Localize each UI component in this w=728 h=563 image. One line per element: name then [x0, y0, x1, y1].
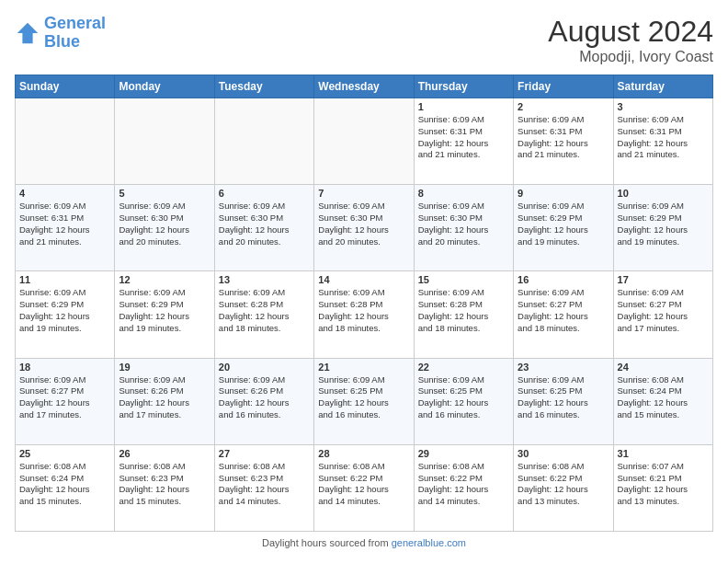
- calendar-week-1: 1Sunrise: 6:09 AM Sunset: 6:31 PM Daylig…: [16, 98, 713, 185]
- day-info: Sunrise: 6:09 AM Sunset: 6:26 PM Dayligh…: [219, 374, 310, 421]
- day-cell-27: 27Sunrise: 6:08 AM Sunset: 6:23 PM Dayli…: [214, 444, 313, 531]
- day-cell-29: 29Sunrise: 6:08 AM Sunset: 6:22 PM Dayli…: [414, 444, 513, 531]
- day-number: 22: [418, 362, 509, 373]
- day-info: Sunrise: 6:07 AM Sunset: 6:21 PM Dayligh…: [618, 461, 709, 508]
- day-number: 19: [119, 362, 210, 373]
- day-info: Sunrise: 6:09 AM Sunset: 6:25 PM Dayligh…: [418, 374, 509, 421]
- day-info: Sunrise: 6:09 AM Sunset: 6:31 PM Dayligh…: [19, 201, 110, 247]
- svg-marker-0: [17, 23, 38, 43]
- day-cell-30: 30Sunrise: 6:08 AM Sunset: 6:22 PM Dayli…: [514, 444, 613, 531]
- day-info: Sunrise: 6:09 AM Sunset: 6:29 PM Dayligh…: [19, 287, 110, 334]
- day-info: Sunrise: 6:09 AM Sunset: 6:28 PM Dayligh…: [219, 287, 310, 334]
- day-info: Sunrise: 6:09 AM Sunset: 6:29 PM Dayligh…: [518, 201, 609, 247]
- day-cell-7: 7Sunrise: 6:09 AM Sunset: 6:30 PM Daylig…: [314, 185, 414, 271]
- day-number: 1: [418, 101, 509, 112]
- day-number: 26: [119, 448, 210, 459]
- day-number: 11: [19, 274, 110, 285]
- day-number: 20: [219, 362, 310, 373]
- day-number: 30: [518, 448, 609, 459]
- day-cell-2: 2Sunrise: 6:09 AM Sunset: 6:31 PM Daylig…: [514, 98, 613, 185]
- day-info: Sunrise: 6:09 AM Sunset: 6:27 PM Dayligh…: [518, 287, 609, 334]
- day-info: Sunrise: 6:09 AM Sunset: 6:30 PM Dayligh…: [219, 201, 310, 247]
- col-header-wednesday: Wednesday: [314, 75, 414, 98]
- col-header-friday: Friday: [514, 75, 613, 98]
- day-number: 31: [618, 448, 709, 459]
- col-header-saturday: Saturday: [613, 75, 712, 98]
- page: General Blue August 2024 Mopodji, Ivory …: [0, 0, 728, 563]
- day-cell-9: 9Sunrise: 6:09 AM Sunset: 6:29 PM Daylig…: [514, 185, 613, 271]
- day-cell-5: 5Sunrise: 6:09 AM Sunset: 6:30 PM Daylig…: [115, 185, 214, 271]
- day-cell-19: 19Sunrise: 6:09 AM Sunset: 6:26 PM Dayli…: [115, 358, 214, 444]
- day-number: 6: [219, 188, 310, 199]
- day-number: 7: [318, 188, 409, 199]
- day-cell-13: 13Sunrise: 6:09 AM Sunset: 6:28 PM Dayli…: [214, 271, 313, 358]
- day-number: 27: [219, 448, 310, 459]
- logo: General Blue: [15, 15, 106, 52]
- day-info: Sunrise: 6:09 AM Sunset: 6:28 PM Dayligh…: [418, 287, 509, 334]
- calendar-table: SundayMondayTuesdayWednesdayThursdayFrid…: [15, 75, 713, 532]
- col-header-tuesday: Tuesday: [214, 75, 313, 98]
- day-info: Sunrise: 6:09 AM Sunset: 6:28 PM Dayligh…: [318, 287, 409, 334]
- day-number: 14: [318, 274, 409, 285]
- day-info: Sunrise: 6:08 AM Sunset: 6:24 PM Dayligh…: [19, 461, 110, 508]
- day-cell-4: 4Sunrise: 6:09 AM Sunset: 6:31 PM Daylig…: [16, 185, 115, 271]
- day-number: 3: [618, 101, 709, 112]
- day-cell-1: 1Sunrise: 6:09 AM Sunset: 6:31 PM Daylig…: [414, 98, 513, 185]
- day-cell-26: 26Sunrise: 6:08 AM Sunset: 6:23 PM Dayli…: [115, 444, 214, 531]
- logo-blue: Blue: [44, 32, 80, 51]
- day-number: 24: [618, 362, 709, 373]
- day-cell-31: 31Sunrise: 6:07 AM Sunset: 6:21 PM Dayli…: [613, 444, 712, 531]
- day-cell-21: 21Sunrise: 6:09 AM Sunset: 6:25 PM Dayli…: [314, 358, 414, 444]
- day-number: 8: [418, 188, 509, 199]
- day-info: Sunrise: 6:09 AM Sunset: 6:31 PM Dayligh…: [618, 114, 709, 161]
- location: Mopodji, Ivory Coast: [548, 49, 713, 65]
- day-number: 9: [518, 188, 609, 199]
- empty-cell: [214, 98, 313, 185]
- day-info: Sunrise: 6:09 AM Sunset: 6:31 PM Dayligh…: [418, 114, 509, 161]
- day-number: 25: [19, 448, 110, 459]
- day-number: 18: [19, 362, 110, 373]
- logo-text: General Blue: [44, 15, 106, 52]
- day-cell-3: 3Sunrise: 6:09 AM Sunset: 6:31 PM Daylig…: [613, 98, 712, 185]
- day-cell-18: 18Sunrise: 6:09 AM Sunset: 6:27 PM Dayli…: [16, 358, 115, 444]
- calendar-week-4: 18Sunrise: 6:09 AM Sunset: 6:27 PM Dayli…: [16, 358, 713, 444]
- day-info: Sunrise: 6:09 AM Sunset: 6:30 PM Dayligh…: [119, 201, 210, 247]
- day-cell-15: 15Sunrise: 6:09 AM Sunset: 6:28 PM Dayli…: [414, 271, 513, 358]
- day-info: Sunrise: 6:09 AM Sunset: 6:31 PM Dayligh…: [518, 114, 609, 161]
- day-info: Sunrise: 6:09 AM Sunset: 6:27 PM Dayligh…: [618, 287, 709, 334]
- day-cell-20: 20Sunrise: 6:09 AM Sunset: 6:26 PM Dayli…: [214, 358, 313, 444]
- day-number: 13: [219, 274, 310, 285]
- footer-link[interactable]: generalblue.com: [392, 537, 466, 548]
- day-info: Sunrise: 6:09 AM Sunset: 6:30 PM Dayligh…: [318, 201, 409, 247]
- day-cell-6: 6Sunrise: 6:09 AM Sunset: 6:30 PM Daylig…: [214, 185, 313, 271]
- day-number: 10: [618, 188, 709, 199]
- day-number: 5: [119, 188, 210, 199]
- day-info: Sunrise: 6:09 AM Sunset: 6:25 PM Dayligh…: [518, 374, 609, 421]
- day-number: 29: [418, 448, 509, 459]
- empty-cell: [16, 98, 115, 185]
- day-cell-8: 8Sunrise: 6:09 AM Sunset: 6:30 PM Daylig…: [414, 185, 513, 271]
- calendar-week-2: 4Sunrise: 6:09 AM Sunset: 6:31 PM Daylig…: [16, 185, 713, 271]
- calendar-week-5: 25Sunrise: 6:08 AM Sunset: 6:24 PM Dayli…: [16, 444, 713, 531]
- day-info: Sunrise: 6:08 AM Sunset: 6:24 PM Dayligh…: [618, 374, 709, 421]
- day-info: Sunrise: 6:09 AM Sunset: 6:29 PM Dayligh…: [119, 287, 210, 334]
- day-number: 16: [518, 274, 609, 285]
- col-header-sunday: Sunday: [16, 75, 115, 98]
- title-block: August 2024 Mopodji, Ivory Coast: [548, 15, 713, 65]
- day-number: 28: [318, 448, 409, 459]
- day-cell-28: 28Sunrise: 6:08 AM Sunset: 6:22 PM Dayli…: [314, 444, 414, 531]
- footer-text: Daylight hours sourced from: [262, 537, 392, 548]
- day-info: Sunrise: 6:09 AM Sunset: 6:26 PM Dayligh…: [119, 374, 210, 421]
- day-info: Sunrise: 6:08 AM Sunset: 6:22 PM Dayligh…: [418, 461, 509, 508]
- footer: Daylight hours sourced from generalblue.…: [15, 537, 713, 548]
- month-year: August 2024: [548, 15, 713, 49]
- day-info: Sunrise: 6:09 AM Sunset: 6:25 PM Dayligh…: [318, 374, 409, 421]
- day-info: Sunrise: 6:08 AM Sunset: 6:22 PM Dayligh…: [318, 461, 409, 508]
- day-cell-25: 25Sunrise: 6:08 AM Sunset: 6:24 PM Dayli…: [16, 444, 115, 531]
- day-info: Sunrise: 6:09 AM Sunset: 6:27 PM Dayligh…: [19, 374, 110, 421]
- header: General Blue August 2024 Mopodji, Ivory …: [15, 15, 713, 65]
- day-number: 4: [19, 188, 110, 199]
- day-cell-14: 14Sunrise: 6:09 AM Sunset: 6:28 PM Dayli…: [314, 271, 414, 358]
- day-cell-10: 10Sunrise: 6:09 AM Sunset: 6:29 PM Dayli…: [613, 185, 712, 271]
- day-cell-24: 24Sunrise: 6:08 AM Sunset: 6:24 PM Dayli…: [613, 358, 712, 444]
